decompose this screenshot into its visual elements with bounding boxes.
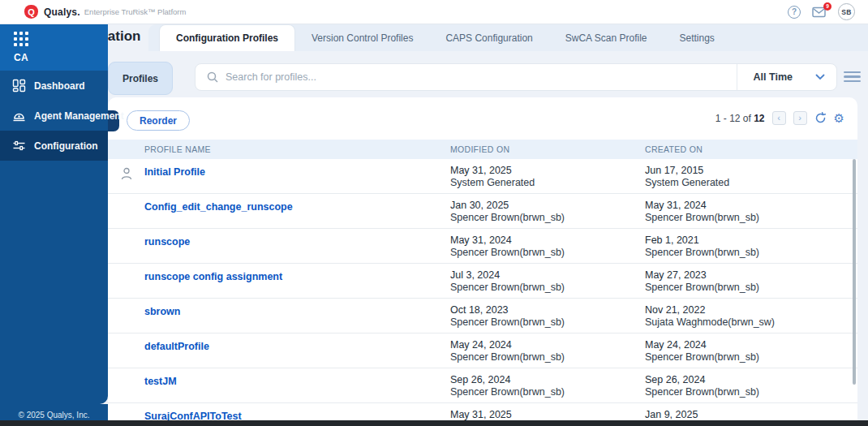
modified-date: Sep 26, 2024 bbox=[450, 374, 645, 386]
table-row[interactable]: SurajConfAPIToTest May 31, 2025 Jan 9, 2… bbox=[108, 403, 857, 420]
brand-name: Qualys. bbox=[44, 6, 80, 18]
modified-date: May 24, 2024 bbox=[450, 339, 645, 351]
tab-version-control-profiles[interactable]: Version Control Profiles bbox=[295, 24, 429, 51]
profile-name-link[interactable]: SurajConfAPIToTest bbox=[144, 403, 450, 420]
search-input[interactable] bbox=[226, 71, 737, 83]
created-date: Jun 17, 2015 bbox=[645, 165, 857, 177]
tab-swca-scan-profile[interactable]: SwCA Scan Profile bbox=[549, 24, 664, 51]
pagination-total: 12 bbox=[754, 113, 764, 124]
modified-by: Spencer Brown(brwn_sb) bbox=[450, 386, 645, 398]
column-profile-name[interactable]: PROFILE NAME bbox=[144, 144, 450, 154]
module-grid-icon[interactable] bbox=[14, 32, 29, 47]
profile-name-link[interactable]: Config_edit_change_runscope bbox=[144, 194, 450, 228]
sidebar-item-label: Configuration bbox=[34, 140, 98, 152]
modified-date: May 31, 2024 bbox=[450, 235, 645, 247]
search-bar: All Time bbox=[195, 63, 837, 91]
profile-name-link[interactable]: sbrown bbox=[144, 299, 450, 333]
profile-name-link[interactable]: runscope bbox=[144, 229, 450, 263]
vertical-scrollbar[interactable] bbox=[853, 159, 856, 385]
menu-toggle-icon[interactable] bbox=[844, 71, 861, 82]
created-by: Sujata Waghmode(brwn_sw) bbox=[645, 316, 857, 329]
modified-by: Spencer Brown(brwn_sb) bbox=[450, 282, 645, 294]
modified-date: May 31, 2025 bbox=[450, 409, 645, 420]
profile-name-link[interactable]: Initial Profile bbox=[144, 159, 450, 193]
created-date: May 24, 2024 bbox=[645, 339, 857, 351]
prev-page-button[interactable]: ‹ bbox=[772, 111, 786, 125]
created-by: Spencer Brown(brwn_sb) bbox=[645, 282, 857, 294]
gear-icon[interactable]: ⚙ bbox=[834, 112, 844, 124]
platform-name: Enterprise TruRisk™ Platform bbox=[84, 7, 187, 16]
sidebar-item-agent-management[interactable]: Agent Management bbox=[0, 101, 108, 131]
tab-configuration-profiles[interactable]: Configuration Profiles bbox=[159, 24, 295, 51]
created-by: Spencer Brown(brwn_sb) bbox=[645, 212, 857, 224]
table-row[interactable]: runscope May 31, 2024Spencer Brown(brwn_… bbox=[108, 229, 857, 264]
table-row[interactable]: sbrown Oct 18, 2023Spencer Brown(brwn_sb… bbox=[108, 299, 857, 333]
person-icon bbox=[121, 167, 132, 180]
table-row[interactable]: defaultProfile May 24, 2024Spencer Brown… bbox=[108, 333, 857, 368]
profile-name-link[interactable]: testJM bbox=[144, 368, 450, 402]
modified-date: May 31, 2025 bbox=[450, 165, 645, 177]
modified-by: Spencer Brown(brwn_sb) bbox=[450, 351, 645, 364]
profile-name-link[interactable]: runscope config assignment bbox=[144, 264, 450, 298]
notifications-icon[interactable]: 9 bbox=[812, 6, 827, 18]
app-header: Q Qualys. Enterprise TruRisk™ Platform ?… bbox=[0, 0, 868, 24]
modified-by: Spencer Brown(brwn_sb) bbox=[450, 212, 645, 224]
created-by: Spencer Brown(brwn_sb) bbox=[645, 247, 857, 259]
refresh-icon[interactable] bbox=[814, 112, 827, 124]
modified-date: Jul 3, 2024 bbox=[450, 269, 645, 282]
sidebar-menu: Dashboard Agent Management Configuration bbox=[0, 71, 108, 404]
agent-icon bbox=[12, 109, 26, 123]
dashboard-icon bbox=[12, 79, 26, 93]
modified-date: Jan 30, 2025 bbox=[450, 200, 645, 212]
search-icon bbox=[207, 71, 218, 83]
tab-strip: Configuration Profiles Version Control P… bbox=[148, 24, 868, 51]
sidebar-item-label: Agent Management bbox=[34, 110, 124, 122]
sidebar-item-label: Dashboard bbox=[34, 80, 85, 92]
sidebar: CA Dashboard Agent Management bbox=[0, 24, 108, 426]
notification-badge: 9 bbox=[823, 2, 831, 11]
time-filter-value: All Time bbox=[754, 71, 793, 83]
created-by: Spencer Brown(brwn_sb) bbox=[645, 386, 857, 398]
next-page-button[interactable]: › bbox=[793, 111, 807, 125]
profile-name-link[interactable]: defaultProfile bbox=[144, 333, 450, 368]
header-actions: ? 9 SB bbox=[788, 3, 855, 20]
created-date: Feb 1, 2021 bbox=[645, 235, 857, 247]
created-date: May 31, 2024 bbox=[645, 200, 857, 212]
qualys-logo-icon: Q bbox=[24, 5, 38, 19]
user-avatar[interactable]: SB bbox=[838, 3, 855, 20]
created-date: Jan 9, 2025 bbox=[645, 409, 857, 420]
modified-by: Spencer Brown(brwn_sb) bbox=[450, 316, 645, 329]
tab-caps-configuration[interactable]: CAPS Configuration bbox=[429, 24, 548, 51]
sidebar-item-configuration[interactable]: Configuration bbox=[0, 131, 108, 161]
profiles-panel: Reorder 1 - 12 of 12 ‹ › ⚙ PROFILE NAME … bbox=[108, 97, 857, 420]
created-date: Nov 21, 2022 bbox=[645, 304, 857, 316]
table-header: PROFILE NAME MODIFIED ON CREATED ON bbox=[108, 140, 857, 159]
pagination-range: 1 - 12 of 12 bbox=[715, 113, 765, 124]
table-row[interactable]: testJM Sep 26, 2024Spencer Brown(brwn_sb… bbox=[108, 368, 857, 403]
table-row[interactable]: runscope config assignment Jul 3, 2024Sp… bbox=[108, 264, 857, 299]
table-row[interactable]: Config_edit_change_runscope Jan 30, 2025… bbox=[108, 194, 857, 229]
column-created-on[interactable]: CREATED ON bbox=[645, 144, 857, 154]
sliders-icon bbox=[12, 139, 26, 153]
created-by: Spencer Brown(brwn_sb) bbox=[645, 351, 857, 364]
table-row[interactable]: Initial Profile May 31, 2025System Gener… bbox=[108, 159, 857, 194]
table-body: Initial Profile May 31, 2025System Gener… bbox=[108, 159, 857, 420]
help-icon[interactable]: ? bbox=[788, 6, 801, 19]
time-filter-dropdown[interactable]: All Time bbox=[737, 64, 836, 90]
module-code: CA bbox=[14, 52, 108, 63]
created-date: May 27, 2023 bbox=[645, 269, 857, 282]
sidebar-item-dashboard[interactable]: Dashboard bbox=[0, 71, 108, 101]
modified-by: Spencer Brown(brwn_sb) bbox=[450, 247, 645, 259]
subtab-profiles[interactable]: Profiles bbox=[108, 62, 173, 95]
column-modified-on[interactable]: MODIFIED ON bbox=[450, 144, 645, 154]
modified-date: Oct 18, 2023 bbox=[450, 304, 645, 316]
reorder-button[interactable]: Reorder bbox=[127, 110, 190, 131]
modified-by: System Generated bbox=[450, 177, 645, 189]
created-by: System Generated bbox=[645, 177, 857, 189]
pagination: 1 - 12 of 12 ‹ › ⚙ bbox=[715, 111, 844, 125]
created-date: Sep 26, 2024 bbox=[645, 374, 857, 386]
tab-settings[interactable]: Settings bbox=[664, 24, 731, 51]
window-bottom-edge bbox=[0, 420, 868, 426]
chevron-down-icon bbox=[815, 74, 825, 80]
module-picker[interactable]: CA bbox=[0, 24, 108, 71]
